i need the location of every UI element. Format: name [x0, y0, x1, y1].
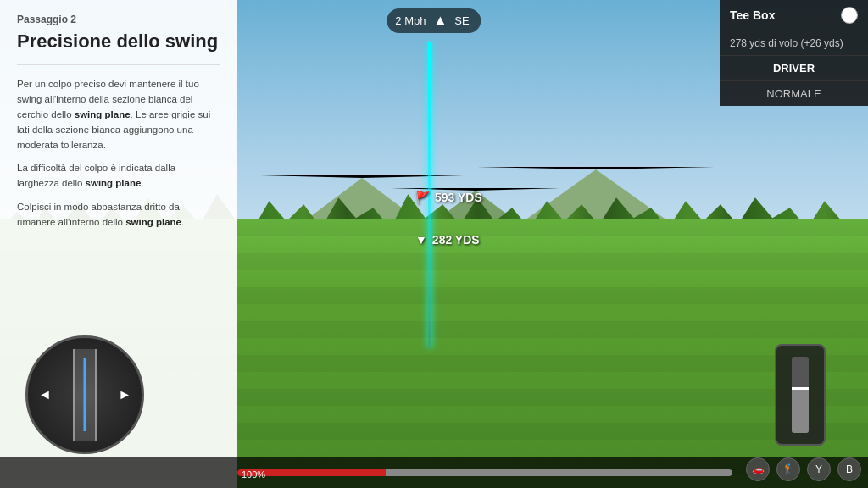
distance-marker-far: 🚩 593 YDS	[415, 191, 482, 204]
tee-box-club: DRIVER	[720, 56, 868, 81]
swing-plane-area	[73, 349, 97, 440]
golf-ball-icon	[841, 7, 858, 24]
wind-direction: SE	[454, 14, 469, 27]
right-meter-fill	[792, 387, 809, 433]
swing-indicator	[84, 358, 86, 431]
swing-arrow-left-icon: ◄	[38, 387, 52, 402]
tee-box-distance: 278 yds di volo (+26 yds)	[720, 31, 868, 56]
distance-far-value: 593 YDS	[435, 191, 482, 204]
tee-box-mode: NORMALE	[720, 81, 868, 106]
distance-near-value: 282 YDS	[432, 233, 480, 247]
bottom-bar	[0, 458, 868, 488]
panel-description: Per un colpo preciso devi mantenere il t…	[0, 65, 237, 241]
arrow-down-icon: ▼	[415, 233, 427, 247]
right-meter-inner	[792, 357, 809, 433]
right-swing-meter	[775, 344, 826, 446]
step-label: Passaggio 2	[0, 0, 237, 30]
desc-paragraph-1: Per un colpo preciso devi mantenere il t…	[17, 77, 220, 152]
panel-title: Precisione dello swing	[0, 30, 237, 64]
bottom-right-icons: 🚗 🏌 Y B	[746, 458, 861, 481]
desc-paragraph-3: Colpisci in modo abbastanza dritto da ri…	[17, 200, 220, 230]
right-meter-indicator	[792, 387, 809, 390]
wind-speed: 2 Mph	[395, 14, 426, 27]
distance-marker-near: ▼ 282 YDS	[415, 233, 480, 247]
wind-indicator: 2 Mph ▲ SE	[387, 8, 481, 33]
tee-box-header: Tee Box	[720, 0, 868, 31]
swing-arrow-right-icon: ►	[118, 387, 131, 402]
player-icon[interactable]: 🏌	[776, 458, 800, 481]
progress-label: 100%	[242, 469, 265, 480]
golf-cart-icon[interactable]: 🚗	[746, 458, 770, 481]
flag-icon: 🚩	[415, 191, 430, 204]
progress-bar-fill	[237, 469, 732, 476]
top-right-panel: Tee Box 278 yds di volo (+26 yds) DRIVER…	[720, 0, 868, 106]
y-button-icon[interactable]: Y	[807, 458, 831, 481]
wind-arrow-icon: ▲	[432, 12, 448, 30]
left-panel: Passaggio 2 Precisione dello swing Per u…	[0, 0, 237, 488]
desc-paragraph-2: La difficoltà del colpo è indicata dalla…	[17, 161, 220, 191]
swing-circle: ◄ ►	[25, 336, 144, 454]
swing-circle-container: ◄ ►	[25, 336, 144, 454]
progress-bar-container	[237, 469, 732, 476]
tee-box-title: Tee Box	[730, 8, 775, 22]
b-button-icon[interactable]: B	[837, 458, 861, 481]
